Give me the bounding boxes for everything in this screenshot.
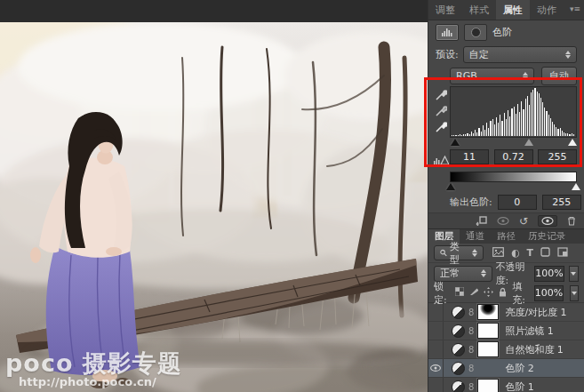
output-slider-track — [450, 182, 577, 192]
input-slider-track — [450, 138, 577, 148]
output-gradient-bar — [450, 172, 577, 182]
updown-arrows-icon — [467, 249, 477, 257]
filter-kind-value: 类型 — [450, 240, 467, 267]
output-levels-label: 输出色阶: — [450, 196, 492, 209]
layer-mask-thumbnail[interactable] — [477, 323, 499, 339]
clip-to-layer-icon[interactable] — [476, 216, 487, 226]
adjustment-layer-icon[interactable] — [452, 380, 465, 392]
fill-label: 填充: — [512, 280, 528, 307]
opacity-dropdown-icon[interactable] — [569, 266, 579, 282]
tab-paths[interactable]: 路径 — [491, 229, 522, 244]
lock-paint-icon[interactable] — [469, 287, 478, 299]
type-layer-filter-icon[interactable]: T — [527, 247, 534, 259]
visibility-eye-icon[interactable] — [538, 215, 557, 227]
visibility-toggle[interactable] — [428, 359, 444, 377]
visibility-toggle[interactable] — [428, 322, 444, 340]
tab-actions[interactable]: 动作 — [530, 0, 564, 20]
layer-mask-thumbnail[interactable] — [477, 379, 499, 392]
layer-row-brightness-contrast[interactable]: 8 亮度/对比度 1 — [428, 303, 584, 322]
adjustment-layer-icon[interactable] — [452, 362, 465, 375]
blend-mode-value: 正常 — [440, 267, 460, 280]
filter-icons: ◐ T — [492, 247, 568, 260]
channel-select[interactable]: RGB — [450, 68, 534, 84]
adjustment-title: 色阶 — [492, 26, 512, 39]
shadow-input-slider[interactable] — [451, 139, 460, 146]
layer-row-vibrance[interactable]: 8 自然饱和度 1 — [428, 340, 584, 359]
mask-link-icon: 8 — [468, 308, 474, 317]
preset-row: 预设: 自定 — [428, 42, 584, 67]
tab-properties[interactable]: 属性 — [496, 0, 530, 20]
output-black-slider[interactable] — [446, 183, 455, 190]
fill-dropdown-icon[interactable] — [570, 285, 579, 301]
adjustment-layer-icon[interactable] — [452, 343, 465, 356]
visibility-toggle[interactable] — [428, 340, 444, 358]
shadow-input-field[interactable] — [450, 149, 489, 164]
visibility-toggle[interactable] — [428, 303, 444, 321]
layer-name[interactable]: 自然饱和度 1 — [505, 343, 564, 356]
adjustment-layer-icon[interactable] — [452, 324, 465, 338]
reset-icon[interactable]: ↺ — [519, 216, 528, 227]
preset-select[interactable]: 自定 — [463, 46, 577, 63]
shape-layer-filter-icon[interactable] — [540, 247, 550, 260]
layer-list: 8 亮度/对比度 1 8 照片滤镜 1 8 自然饱和度 1 — [428, 302, 584, 392]
layer-mask-thumbnail[interactable] — [477, 304, 499, 320]
adjustment-layer-icon[interactable] — [452, 306, 465, 319]
output-white-field[interactable] — [542, 195, 581, 210]
layer-name[interactable]: 色阶 2 — [505, 362, 534, 375]
preset-value: 自定 — [469, 48, 489, 61]
photo-canvas — [0, 22, 428, 392]
highlight-input-slider[interactable] — [568, 139, 577, 146]
smart-object-filter-icon[interactable] — [557, 247, 568, 260]
layer-row-levels-1[interactable]: 8 色阶 1 — [428, 378, 584, 392]
delete-trash-icon[interactable] — [567, 216, 576, 226]
tab-styles[interactable]: 样式 — [462, 0, 496, 20]
auto-button[interactable]: 自动 — [541, 67, 577, 85]
histogram-zone — [428, 84, 584, 170]
opacity-value[interactable]: 100% — [534, 266, 564, 282]
gray-point-eyedropper-icon[interactable] — [436, 105, 447, 116]
clipping-warning-icon[interactable] — [434, 156, 449, 168]
lock-transparency-icon[interactable] — [455, 287, 464, 299]
view-previous-state-icon[interactable] — [497, 217, 509, 225]
properties-tabbar: 调整 样式 属性 动作 ▾≡ — [428, 0, 584, 20]
layer-name[interactable]: 色阶 1 — [505, 380, 534, 392]
filter-kind-select[interactable]: 类型 — [434, 245, 484, 260]
output-black-field[interactable] — [498, 195, 537, 210]
highlight-input-field[interactable] — [538, 149, 577, 164]
layer-row-photo-filter[interactable]: 8 照片滤镜 1 — [428, 322, 584, 340]
lock-icons — [455, 287, 507, 300]
layer-name[interactable]: 亮度/对比度 1 — [505, 306, 566, 319]
mask-button-icon[interactable] — [464, 24, 487, 41]
levels-adjustment-icon[interactable] — [436, 24, 459, 41]
canvas-area: poco 摄影专题 http://photo.poco.cn/ — [0, 0, 428, 392]
layer-row-levels-2[interactable]: 8 色阶 2 — [428, 359, 584, 378]
white-point-eyedropper-icon[interactable] — [436, 121, 447, 132]
tab-history[interactable]: 历史记录 — [522, 229, 572, 244]
adjustment-layer-filter-icon[interactable]: ◐ — [511, 247, 520, 259]
visibility-toggle[interactable] — [428, 378, 444, 392]
black-point-eyedropper-icon[interactable] — [436, 89, 447, 100]
blend-row: 正常 不透明度: 100% — [428, 263, 584, 284]
lock-row: 锁定: 填充: 100% — [428, 284, 584, 302]
panel-menu-icon[interactable]: ▾≡ — [568, 4, 582, 14]
layer-mask-thumbnail[interactable] — [477, 341, 499, 357]
updown-arrows-icon — [476, 269, 486, 277]
lock-all-icon[interactable] — [499, 287, 507, 300]
lock-label: 锁定: — [434, 280, 450, 307]
lock-position-icon[interactable] — [484, 287, 493, 300]
tab-adjustments[interactable]: 调整 — [428, 0, 462, 20]
output-white-slider[interactable] — [572, 183, 580, 190]
mask-link-icon: 8 — [468, 326, 474, 336]
levels-histogram[interactable] — [450, 86, 577, 138]
fill-value[interactable]: 100% — [534, 285, 564, 301]
mask-link-icon: 8 — [468, 364, 474, 373]
layer-name[interactable]: 照片滤镜 1 — [505, 324, 554, 338]
gamma-input-field[interactable] — [494, 149, 533, 164]
properties-header: 色阶 — [428, 20, 584, 42]
midtone-input-slider[interactable] — [524, 139, 533, 146]
channel-row: RGB 自动 — [428, 67, 584, 84]
pixel-layer-filter-icon[interactable] — [492, 247, 504, 260]
properties-footer: ↺ — [428, 212, 584, 228]
channel-value: RGB — [456, 70, 477, 82]
input-values-row — [450, 148, 577, 164]
